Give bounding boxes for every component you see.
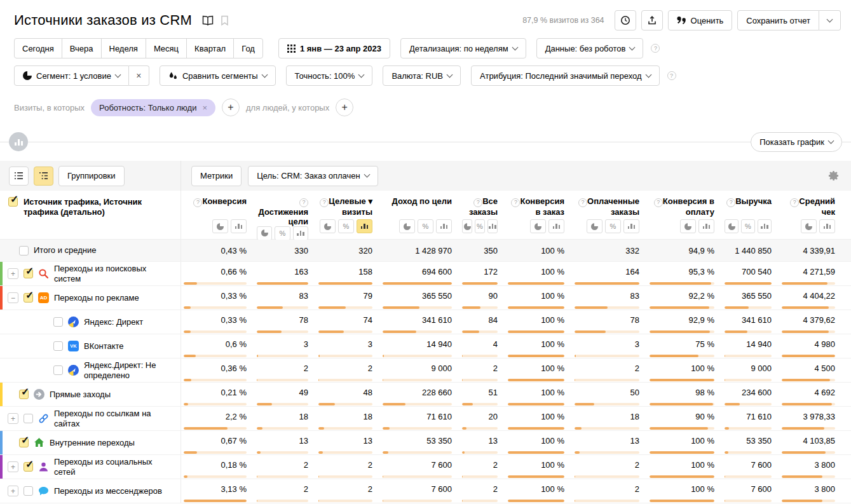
bar-view-button[interactable] — [548, 219, 564, 233]
save-report-button[interactable]: Сохранить отчет — [737, 10, 819, 31]
column-help-icon[interactable]: ? — [320, 198, 329, 207]
row-label[interactable]: Яндекс: Директ — [84, 317, 143, 327]
row-checkbox[interactable] — [24, 414, 33, 423]
column-help-icon[interactable]: ? — [473, 198, 482, 207]
percent-view-button[interactable]: % — [418, 219, 433, 233]
expand-button[interactable]: + — [8, 268, 18, 279]
detalization-dropdown[interactable]: Детализация: по неделям — [400, 38, 526, 58]
pie-view-button[interactable] — [320, 219, 336, 233]
percent-view-button[interactable]: % — [475, 219, 485, 233]
row-label[interactable]: Яндекс.Директ: Не определено — [84, 360, 175, 381]
compare-segments-dropdown[interactable]: Сравнить сегменты — [160, 65, 276, 86]
row-checkbox[interactable] — [19, 438, 29, 447]
period-week-button[interactable]: Неделя — [101, 38, 146, 58]
column-help-icon[interactable]: ? — [299, 198, 308, 207]
export-button[interactable] — [641, 10, 663, 31]
history-button[interactable] — [615, 10, 636, 31]
row-checkbox[interactable] — [53, 317, 63, 327]
column-help-icon[interactable]: ? — [193, 198, 202, 207]
row-label[interactable]: Итого и средние — [34, 245, 96, 255]
row-label[interactable]: Внутренние переходы — [50, 438, 135, 448]
pie-view-button[interactable] — [399, 219, 415, 233]
pie-view-button[interactable] — [530, 219, 546, 233]
row-label[interactable]: ВКонтакте — [84, 341, 124, 351]
percent-view-button[interactable]: % — [275, 226, 290, 240]
flat-list-view-button[interactable] — [9, 167, 29, 186]
segment-clear-button[interactable]: × — [129, 65, 149, 86]
pie-view-button[interactable] — [725, 219, 739, 233]
column-header[interactable]: ?Все заказы% — [460, 191, 505, 239]
column-header[interactable]: ?Средний чек — [779, 191, 843, 239]
robots-filter-chip[interactable]: Роботность: Только люди × — [91, 99, 215, 116]
rate-button[interactable]: Оценить — [668, 10, 733, 31]
attribution-dropdown[interactable]: Атрибуция: Последний значимый переход — [471, 65, 660, 86]
row-checkbox[interactable] — [24, 486, 33, 496]
expand-button[interactable]: + — [8, 486, 18, 496]
bar-view-button[interactable] — [357, 219, 372, 233]
column-help-icon[interactable]: ? — [726, 198, 735, 207]
segment-dropdown[interactable]: Сегмент: 1 условие — [14, 65, 129, 86]
bar-view-button[interactable] — [698, 219, 714, 233]
row-label[interactable]: Прямые заходы — [50, 390, 111, 400]
bar-view-button[interactable] — [231, 219, 247, 233]
row-label[interactable]: Переходы из социальных сетей — [54, 457, 175, 477]
row-label[interactable]: Переходы из мессенджеров — [54, 486, 162, 496]
row-checkbox[interactable] — [24, 269, 33, 278]
date-range-button[interactable]: 1 янв — 23 апр 2023 — [278, 38, 390, 58]
data-mode-help-icon[interactable]: ? — [651, 44, 660, 53]
bar-view-button[interactable] — [623, 219, 639, 233]
column-header[interactable]: ?Достижения цели% — [254, 191, 316, 239]
percent-view-button[interactable]: % — [338, 219, 354, 233]
chart-toggle-icon[interactable] — [9, 132, 28, 151]
column-header[interactable]: ?Конверсия — [181, 191, 254, 239]
column-help-icon[interactable]: ? — [654, 198, 663, 207]
period-today-button[interactable]: Сегодня — [14, 38, 62, 58]
bar-view-button[interactable] — [819, 219, 835, 233]
pie-view-button[interactable] — [257, 226, 272, 240]
metrics-button[interactable]: Метрики — [191, 166, 242, 186]
chip-close-icon[interactable]: × — [202, 103, 207, 112]
bookmark-icon[interactable] — [221, 15, 229, 26]
report-docs-book-icon[interactable] — [201, 15, 214, 26]
show-graph-button[interactable]: Показать график — [751, 132, 842, 152]
period-year-button[interactable]: Год — [233, 38, 263, 58]
bar-view-button[interactable] — [758, 219, 772, 233]
percent-view-button[interactable]: % — [605, 219, 621, 233]
pie-view-button[interactable] — [462, 219, 472, 233]
pie-view-button[interactable] — [212, 219, 228, 233]
period-yesterday-button[interactable]: Вчера — [62, 38, 102, 58]
bar-view-button[interactable] — [293, 226, 308, 240]
row-label[interactable]: Переходы по рекламе — [54, 293, 139, 303]
goal-dropdown[interactable]: Цель: CRM: Заказ оплачен — [248, 166, 378, 186]
table-settings-gear-icon[interactable] — [826, 166, 841, 186]
column-header[interactable]: ?Целевые ▾ визиты% — [316, 191, 380, 239]
column-help-icon[interactable]: ? — [578, 198, 587, 207]
row-checkbox[interactable] — [24, 293, 33, 303]
attribution-help-icon[interactable]: ? — [667, 71, 676, 80]
data-mode-dropdown[interactable]: Данные: без роботов — [536, 38, 644, 58]
tree-view-button[interactable] — [34, 167, 53, 186]
column-help-icon[interactable]: ? — [790, 198, 799, 207]
column-header[interactable]: ?Конверсия в оплату — [647, 191, 722, 239]
row-checkbox[interactable] — [53, 341, 63, 351]
add-visit-condition-button[interactable]: + — [222, 99, 240, 116]
save-report-dropdown-button[interactable] — [819, 10, 841, 31]
row-label[interactable]: Переходы по ссылкам на сайтах — [54, 409, 175, 429]
period-quarter-button[interactable]: Квартал — [186, 38, 234, 58]
groupings-button[interactable]: Группировки — [58, 166, 125, 186]
row-checkbox[interactable] — [19, 390, 29, 399]
currency-dropdown[interactable]: Валюта: RUB — [383, 65, 461, 86]
accuracy-dropdown[interactable]: Точность: 100% — [286, 65, 373, 86]
period-month-button[interactable]: Месяц — [146, 38, 187, 58]
add-people-condition-button[interactable]: + — [336, 99, 353, 116]
collapse-button[interactable]: − — [8, 292, 18, 303]
column-header[interactable]: Доход по цели% — [380, 191, 460, 239]
row-checkbox[interactable] — [53, 365, 63, 375]
row-checkbox[interactable] — [19, 246, 29, 255]
expand-button[interactable]: + — [8, 413, 18, 424]
column-header[interactable]: ?Выручка% — [722, 191, 779, 239]
pie-view-button[interactable] — [680, 219, 696, 233]
expand-button[interactable]: + — [8, 461, 18, 472]
column-help-icon[interactable]: ? — [511, 198, 520, 207]
pie-view-button[interactable] — [587, 219, 603, 233]
